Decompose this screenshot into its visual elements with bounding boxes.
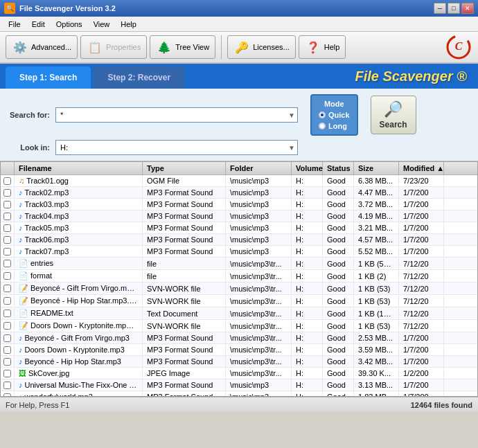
- treeview-icon: 🌲: [156, 39, 172, 55]
- search-btn-label: Search: [380, 120, 407, 129]
- menu-view[interactable]: View: [88, 19, 116, 30]
- row-filename: ♪wonderfulworld.mp3: [15, 391, 143, 397]
- file-type-icon: ♪: [19, 346, 23, 354]
- menu-help[interactable]: Help: [115, 19, 142, 30]
- menu-edit[interactable]: Edit: [26, 19, 51, 30]
- table-body: ♫Track01.ogg OGM File \music\mp3 H: Good…: [1, 175, 477, 397]
- look-in-input[interactable]: [55, 140, 298, 155]
- close-button[interactable]: ✕: [461, 3, 474, 14]
- row-type: MP3 Format Sound: [143, 332, 226, 343]
- row-size: 4.57 MB...: [354, 234, 399, 245]
- file-table: Filename Type Folder Volume Status Size …: [0, 161, 478, 397]
- minimize-button[interactable]: ─: [434, 3, 446, 14]
- row-size: 1 KB (120): [354, 308, 399, 319]
- table-row: ♪Doors Down - Kryptonite.mp3 MP3 Format …: [1, 344, 477, 356]
- row-filename: 📝Beyoncé - Hip Hop Star.mp3.svn-work: [15, 295, 143, 307]
- table-row: ♪Track06.mp3 MP3 Format Sound \music\mp3…: [1, 234, 477, 246]
- row-checkbox[interactable]: [1, 392, 15, 397]
- search-input-wrapper: ▼: [55, 107, 298, 123]
- row-checkbox[interactable]: [1, 188, 15, 198]
- row-checkbox[interactable]: [1, 380, 15, 391]
- row-modified: 1/7/200: [399, 222, 444, 233]
- row-size: 4.19 MB...: [354, 210, 399, 222]
- th-size[interactable]: Size: [354, 162, 399, 174]
- th-status[interactable]: Status: [323, 162, 354, 174]
- row-filename: ♪Track06.mp3: [15, 234, 143, 245]
- file-type-icon: 📄: [19, 271, 28, 280]
- row-checkbox[interactable]: [1, 223, 15, 233]
- help-button[interactable]: ❓ Help: [299, 35, 346, 59]
- row-checkbox[interactable]: [1, 308, 15, 319]
- long-radio[interactable]: [319, 123, 326, 129]
- step2-tab[interactable]: Step 2: Recover: [94, 66, 184, 89]
- menu-file[interactable]: File: [3, 19, 26, 30]
- long-mode-row: Long: [319, 122, 350, 130]
- row-checkbox[interactable]: [1, 271, 15, 281]
- properties-button[interactable]: 📋 Properties: [80, 35, 147, 59]
- quick-radio[interactable]: [319, 111, 326, 118]
- row-status: Good: [323, 308, 354, 319]
- row-filename: 📄format: [15, 270, 143, 282]
- row-modified: 1/7/200: [399, 332, 444, 343]
- search-dropdown-icon[interactable]: ▼: [288, 111, 295, 119]
- row-status: Good: [323, 271, 354, 282]
- row-volume: H:: [292, 332, 323, 343]
- row-modified: 1/7/200: [399, 199, 444, 210]
- row-size: 6.38 MB...: [354, 175, 399, 186]
- table-row: ♪Universal Music-The Fixx-One Thing ... …: [1, 379, 477, 391]
- row-folder: \music\mp3: [226, 391, 292, 397]
- row-checkbox[interactable]: [1, 357, 15, 367]
- row-size: 1 KB (53): [354, 283, 399, 294]
- th-volume[interactable]: Volume: [292, 162, 323, 174]
- treeview-button[interactable]: 🌲 Tree View: [150, 35, 215, 59]
- row-status: Good: [323, 368, 354, 379]
- maximize-button[interactable]: □: [448, 3, 460, 14]
- search-btn-icon: 🔎: [384, 100, 402, 118]
- lookin-dropdown-icon[interactable]: ▼: [288, 144, 295, 152]
- row-checkbox[interactable]: [1, 199, 15, 210]
- row-type: MP3 Format Sound: [143, 210, 226, 222]
- help-icon: ❓: [305, 39, 321, 55]
- licenses-button[interactable]: 🔑 Licenses...: [227, 35, 296, 59]
- th-filename[interactable]: Filename: [15, 162, 143, 174]
- table-row: 🖼SkCover.jpg JPEG Image \music\mp3\tr...…: [1, 368, 477, 379]
- table-row: 📝Doors Down - Kryptonite.mp3.svn-w... SV…: [1, 320, 477, 332]
- row-filename: ♪Track05.mp3: [15, 222, 143, 233]
- file-type-icon: ♪: [19, 200, 23, 208]
- menu-options[interactable]: Options: [51, 19, 88, 30]
- table-row: ♪Beyoncé - Gift From Virgo.mp3 MP3 Forma…: [1, 332, 477, 344]
- row-checkbox[interactable]: [1, 283, 15, 294]
- step1-tab[interactable]: Step 1: Search: [6, 66, 91, 89]
- search-input[interactable]: [55, 107, 298, 123]
- app-icon: 🔍: [4, 3, 15, 14]
- row-checkbox[interactable]: [1, 368, 15, 379]
- th-modified[interactable]: Modified ▲: [399, 162, 444, 174]
- row-volume: H:: [292, 210, 323, 222]
- row-size: 39.30 K...: [354, 368, 399, 379]
- row-checkbox[interactable]: [1, 321, 15, 331]
- row-checkbox[interactable]: [1, 176, 15, 186]
- th-type[interactable]: Type: [143, 162, 226, 174]
- row-type: MP3 Format Sound: [143, 222, 226, 233]
- row-checkbox[interactable]: [1, 296, 15, 306]
- row-filename: 🖼SkCover.jpg: [15, 368, 143, 379]
- row-folder: \music\mp3: [226, 199, 292, 210]
- row-checkbox[interactable]: [1, 333, 15, 343]
- row-modified: 1/2/200: [399, 368, 444, 379]
- row-volume: H:: [292, 321, 323, 332]
- row-folder: \music\mp3: [226, 187, 292, 198]
- toolbar-separator: [221, 35, 222, 59]
- search-button[interactable]: 🔎 Search: [371, 96, 416, 134]
- row-checkbox[interactable]: [1, 211, 15, 222]
- table-row: ♪Track03.mp3 MP3 Format Sound \music\mp3…: [1, 199, 477, 210]
- row-checkbox[interactable]: [1, 247, 15, 257]
- file-type-icon: ♪: [19, 212, 23, 220]
- row-checkbox[interactable]: [1, 235, 15, 245]
- row-modified: 1/7/200: [399, 344, 444, 355]
- advanced-button[interactable]: ⚙️ Advanced...: [6, 35, 78, 59]
- row-checkbox[interactable]: [1, 258, 15, 269]
- row-size: 1 KB (53): [354, 321, 399, 332]
- th-folder[interactable]: Folder: [226, 162, 292, 174]
- row-size: 1 KB (2): [354, 271, 399, 282]
- row-checkbox[interactable]: [1, 345, 15, 355]
